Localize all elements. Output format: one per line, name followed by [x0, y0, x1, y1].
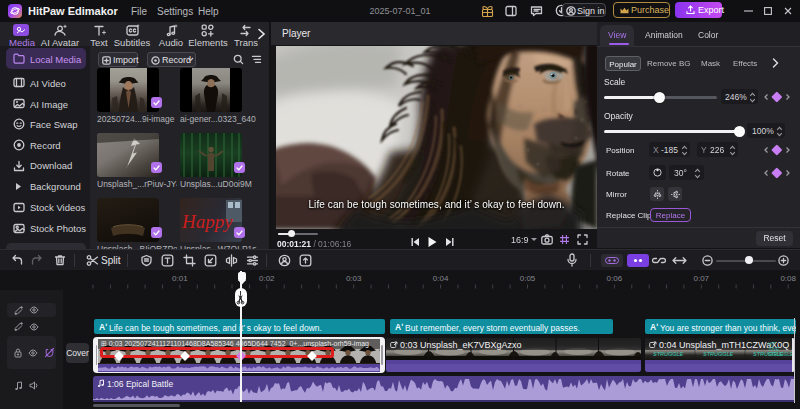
- svg-text:0:08: 0:08: [780, 274, 796, 283]
- svg-text:0:04: 0:04: [433, 274, 449, 283]
- svg-text:Happy: Happy: [181, 211, 233, 232]
- svg-text:STRUGGLE: STRUGGLE: [653, 351, 684, 357]
- svg-text:0:02: 0:02: [259, 274, 275, 283]
- svg-text:0:07: 0:07: [694, 274, 710, 283]
- svg-text:0:06: 0:06: [607, 274, 623, 283]
- svg-text:STRUGGLE: STRUGGLE: [768, 352, 793, 357]
- svg-text:0:05: 0:05: [520, 274, 536, 283]
- svg-text:0:01: 0:01: [172, 274, 188, 283]
- svg-text:STRUGGLE: STRUGGLE: [703, 351, 734, 357]
- svg-text:0:03: 0:03: [346, 274, 362, 283]
